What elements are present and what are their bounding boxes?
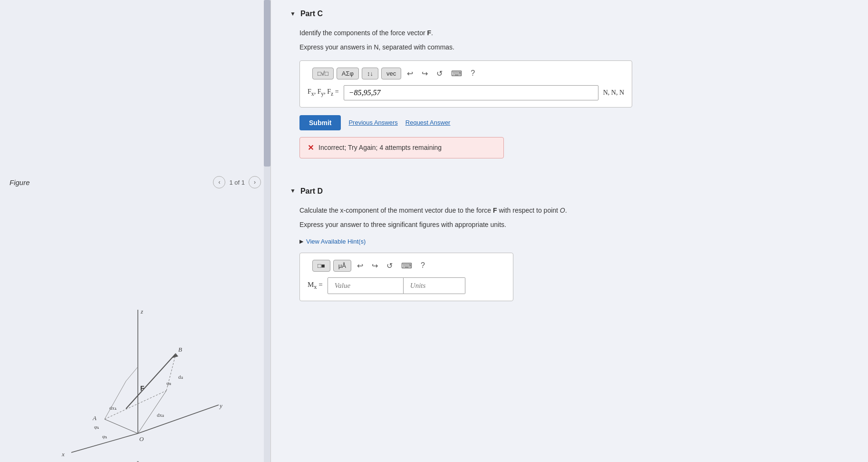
figure-nav: ‹ 1 of 1 › bbox=[213, 176, 261, 188]
part-c-section: ▼ Part C Identify the components of the … bbox=[271, 0, 868, 177]
part-c-error-box: ✕ Incorrect; Try Again; 4 attempts remai… bbox=[299, 137, 504, 158]
part-c-question-bold: F bbox=[427, 29, 431, 37]
part-c-toolbar: □√□ AΣφ ↕↓ vec ↩ ↪ ↺ ⌨ ? bbox=[308, 68, 624, 79]
svg-text:x: x bbox=[61, 451, 65, 458]
figure-canvas: z y x O A B F φ₁ φ₁ bbox=[0, 193, 270, 462]
part-d-answer-box: □■ μÅ ↩ ↪ ↺ ⌨ ? Mx = bbox=[299, 253, 513, 301]
part-d-subtext: Express your answer to three significant… bbox=[299, 219, 849, 230]
part-c-title: Part C bbox=[300, 10, 323, 18]
figure-count: 1 of 1 bbox=[229, 179, 245, 186]
svg-text:dx₂: dx₂ bbox=[157, 412, 164, 418]
part-d-question-period: . bbox=[565, 206, 567, 214]
hint-triangle-icon: ▶ bbox=[299, 238, 303, 245]
toolbar-d-help-btn[interactable]: ? bbox=[418, 260, 428, 271]
part-c-error-text: Incorrect; Try Again; 4 attempts remaini… bbox=[318, 144, 442, 151]
part-c-input-label: Fx, Fy, Fz = bbox=[308, 88, 339, 97]
part-d-question-O: O bbox=[560, 206, 565, 214]
toolbar-math-btn[interactable]: □√□ bbox=[312, 68, 334, 79]
svg-text:φ₂: φ₂ bbox=[166, 380, 171, 386]
svg-text:dx₁: dx₁ bbox=[109, 405, 116, 411]
toolbar-d-refresh-btn[interactable]: ↺ bbox=[384, 260, 395, 271]
part-d-title: Part D bbox=[300, 187, 323, 196]
part-c-units: N, N, N bbox=[603, 89, 624, 97]
svg-text:φ₁: φ₁ bbox=[102, 433, 107, 439]
part-d-value-input[interactable] bbox=[328, 277, 404, 294]
toolbar-sort-btn[interactable]: ↕↓ bbox=[362, 68, 378, 79]
right-panel: ▼ Part C Identify the components of the … bbox=[271, 0, 868, 462]
part-c-question-text1: Identify the components of the force vec… bbox=[299, 29, 427, 37]
part-d-body: Calculate the x-component of the moment … bbox=[290, 205, 849, 301]
part-d-hint-link[interactable]: ▶ View Available Hint(s) bbox=[299, 238, 849, 245]
part-c-input-row: Fx, Fy, Fz = −85,95,57 N, N, N bbox=[308, 85, 624, 100]
part-d-section: ▼ Part D Calculate the x-component of th… bbox=[271, 177, 868, 311]
toolbar-help-btn[interactable]: ? bbox=[468, 68, 478, 79]
figure-title: Figure bbox=[10, 178, 30, 187]
part-d-question: Calculate the x-component of the moment … bbox=[299, 205, 849, 216]
part-c-submit-button[interactable]: Submit bbox=[299, 115, 341, 130]
part-d-question-text1: Calculate the x-component of the moment … bbox=[299, 206, 493, 214]
part-c-error-icon: ✕ bbox=[308, 143, 314, 152]
left-scrollbar[interactable] bbox=[264, 0, 270, 462]
part-d-collapse-icon[interactable]: ▼ bbox=[290, 187, 296, 195]
nav-prev-button[interactable]: ‹ bbox=[213, 176, 225, 188]
nav-next-button[interactable]: › bbox=[249, 176, 261, 188]
part-c-subtext: Express your answers in N, separated wit… bbox=[299, 42, 849, 52]
svg-text:y: y bbox=[219, 402, 222, 409]
part-d-input-row: Mx = bbox=[308, 277, 505, 294]
svg-text:d₂: d₂ bbox=[178, 374, 183, 380]
part-c-question: Identify the components of the force vec… bbox=[299, 28, 849, 38]
left-scrollbar-thumb[interactable] bbox=[264, 0, 270, 167]
toolbar-d-keyboard-btn[interactable]: ⌨ bbox=[398, 260, 415, 271]
svg-text:A: A bbox=[92, 414, 96, 422]
part-c-submit-row: Submit Previous Answers Request Answer bbox=[299, 115, 849, 130]
part-d-question-bold: F bbox=[493, 206, 497, 214]
toolbar-keyboard-btn[interactable]: ⌨ bbox=[448, 68, 465, 79]
svg-text:F: F bbox=[140, 384, 145, 392]
svg-rect-0 bbox=[0, 281, 247, 462]
part-c-body: Identify the components of the force vec… bbox=[290, 28, 849, 158]
figure-diagram: z y x O A B F φ₁ φ₁ bbox=[0, 281, 247, 462]
svg-text:O: O bbox=[139, 435, 144, 442]
toolbar-d-undo-btn[interactable]: ↩ bbox=[354, 260, 366, 271]
figure-header: Figure ‹ 1 of 1 › bbox=[0, 171, 270, 193]
part-c-input[interactable]: −85,95,57 bbox=[344, 85, 598, 100]
left-panel: Figure ‹ 1 of 1 › z y x O bbox=[0, 0, 271, 462]
part-c-header[interactable]: ▼ Part C bbox=[290, 10, 849, 18]
svg-text:B: B bbox=[178, 346, 182, 353]
svg-text:φ₁: φ₁ bbox=[94, 424, 99, 430]
part-c-collapse-icon[interactable]: ▼ bbox=[290, 10, 296, 18]
part-d-question-text2: with respect to point bbox=[497, 206, 560, 214]
toolbar-symbol-btn[interactable]: AΣφ bbox=[337, 68, 359, 79]
part-d-units-input[interactable] bbox=[404, 277, 465, 294]
toolbar-refresh-btn[interactable]: ↺ bbox=[434, 68, 445, 79]
part-c-question-end: . bbox=[431, 29, 433, 37]
toolbar-d-units-btn[interactable]: μÅ bbox=[333, 260, 351, 272]
toolbar-d-math-btn[interactable]: □■ bbox=[312, 260, 330, 272]
toolbar-redo-btn[interactable]: ↪ bbox=[419, 68, 431, 79]
part-d-toolbar: □■ μÅ ↩ ↪ ↺ ⌨ ? bbox=[308, 260, 505, 272]
hint-link-label: View Available Hint(s) bbox=[306, 238, 366, 245]
part-c-request-answer-link[interactable]: Request Answer bbox=[405, 119, 451, 126]
part-d-mx-label: Mx = bbox=[308, 281, 323, 291]
toolbar-vec-btn[interactable]: vec bbox=[381, 68, 401, 79]
toolbar-undo-btn[interactable]: ↩ bbox=[404, 68, 416, 79]
toolbar-d-redo-btn[interactable]: ↪ bbox=[369, 260, 381, 271]
part-c-answer-box: □√□ AΣφ ↕↓ vec ↩ ↪ ↺ ⌨ ? Fx, Fy, Fz = −8… bbox=[299, 60, 632, 108]
svg-text:z: z bbox=[140, 308, 143, 315]
part-d-header[interactable]: ▼ Part D bbox=[290, 187, 849, 196]
part-c-prev-answers-link[interactable]: Previous Answers bbox=[348, 119, 397, 126]
